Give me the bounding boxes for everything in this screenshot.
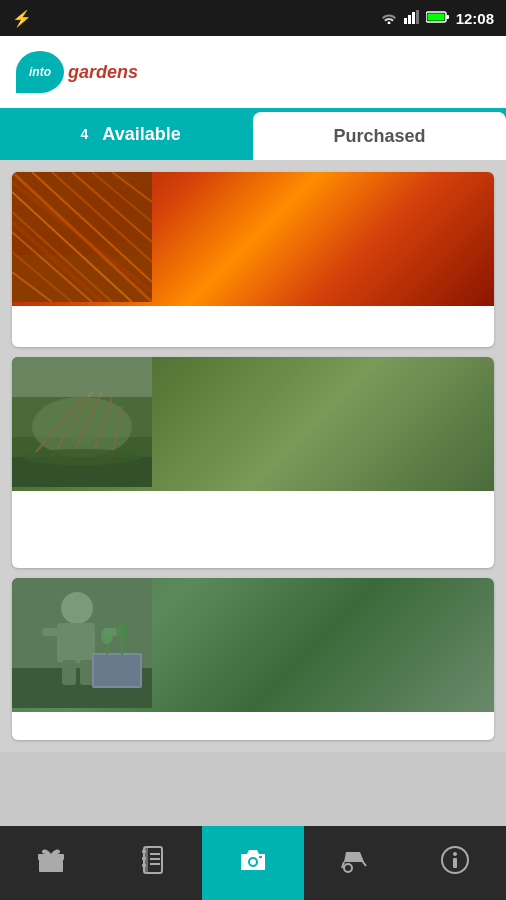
usb-icon: ⚡ xyxy=(12,9,32,28)
signal-icon xyxy=(404,10,420,27)
svg-rect-56 xyxy=(142,864,146,867)
svg-rect-36 xyxy=(42,628,60,636)
card-plants-for-free[interactable]: Plants For Free Winter Propagation with … xyxy=(12,172,494,347)
time-display: 12:08 xyxy=(456,10,494,27)
gift-icon xyxy=(35,844,67,883)
svg-rect-3 xyxy=(416,10,419,24)
top-bar: into gardens xyxy=(0,36,506,108)
camera-icon xyxy=(237,844,269,883)
svg-rect-59 xyxy=(259,856,262,858)
svg-point-64 xyxy=(453,852,457,856)
nav-wheelbarrow[interactable] xyxy=(304,826,405,900)
svg-rect-39 xyxy=(80,660,94,685)
status-bar: ⚡ 12:08 xyxy=(0,0,506,36)
available-badge: 4 xyxy=(72,122,96,146)
tab-available[interactable]: 4 Available xyxy=(0,108,253,160)
info-icon xyxy=(439,844,471,883)
svg-point-58 xyxy=(250,859,256,865)
nav-camera[interactable] xyxy=(202,826,303,900)
notebook-icon xyxy=(136,844,168,883)
card2-image xyxy=(12,357,494,491)
logo-bubble: into xyxy=(16,51,64,93)
svg-point-45 xyxy=(116,623,128,639)
tab-purchased-label: Purchased xyxy=(333,126,425,147)
svg-rect-65 xyxy=(453,858,457,868)
battery-icon xyxy=(426,10,450,27)
svg-rect-55 xyxy=(142,857,146,860)
logo: into gardens xyxy=(16,51,138,93)
svg-rect-35 xyxy=(57,623,95,663)
tab-purchased[interactable]: Purchased xyxy=(253,112,506,160)
svg-point-34 xyxy=(61,592,93,624)
card-coxs-boxes[interactable]: Cox's Marvellous Boxes Building a Plante… xyxy=(12,578,494,740)
wheelbarrow-icon xyxy=(338,844,370,883)
tab-bar: 4 Available Purchased xyxy=(0,108,506,160)
logo-gardens: gardens xyxy=(68,62,138,83)
svg-rect-1 xyxy=(408,15,411,24)
svg-rect-2 xyxy=(412,12,415,24)
nav-info[interactable] xyxy=(405,826,506,900)
svg-rect-54 xyxy=(142,850,146,853)
nav-notebook[interactable] xyxy=(101,826,202,900)
card-winter-garden[interactable]: Plants for the Winter Garden With James … xyxy=(12,357,494,568)
svg-rect-38 xyxy=(62,660,76,685)
svg-rect-48 xyxy=(49,854,53,868)
card3-image xyxy=(12,578,494,712)
svg-rect-5 xyxy=(446,15,449,19)
card1-image xyxy=(12,172,494,306)
svg-rect-31 xyxy=(12,357,152,397)
logo-into: into xyxy=(29,65,51,79)
svg-rect-41 xyxy=(94,655,140,686)
svg-point-43 xyxy=(101,628,113,644)
tab-available-label: Available xyxy=(102,124,180,145)
svg-point-60 xyxy=(344,864,352,872)
bottom-nav xyxy=(0,826,506,900)
nav-gifts[interactable] xyxy=(0,826,101,900)
svg-rect-6 xyxy=(427,13,444,20)
wifi-icon xyxy=(380,10,398,27)
svg-rect-0 xyxy=(404,18,407,24)
content-area: Plants For Free Winter Propagation with … xyxy=(0,160,506,752)
svg-point-30 xyxy=(22,449,142,465)
